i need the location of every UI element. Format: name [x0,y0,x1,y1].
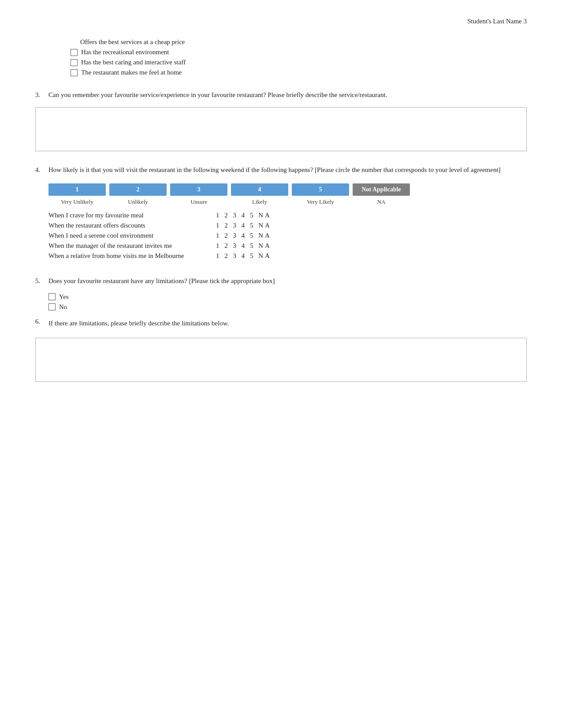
checklist-item-3: The restaurant makes me feel at home [71,69,527,76]
question-3-block: 3. Can you remember your favourite servi… [35,90,527,151]
scale-label-na: NA [376,196,387,207]
question-6-number: 6. [35,318,48,325]
question-6-block: 6. If there are limitations, please brie… [35,318,527,382]
scale-box-4: 4 [231,183,288,196]
rating-scale-table: 1 Very Unlikely 2 Unlikely 3 Unsure 4 Li… [48,183,527,262]
no-checkbox[interactable] [48,303,56,310]
scale-label-5: Very Likely [305,196,336,207]
table-row: When the restaurant offers discounts 1 2… [48,222,527,229]
scale-label-3: Unsure [189,196,209,207]
question-4-number: 4. [35,164,48,176]
question-5-body: Does your favourite restaurant have any … [48,276,275,287]
scale-box-na: Not Applicable [353,183,410,196]
rating-header: 1 Very Unlikely 2 Unlikely 3 Unsure 4 Li… [48,183,527,207]
table-row: When the manager of the restaurant invit… [48,242,527,250]
question-6-body: If there are limitations, please briefly… [48,318,229,329]
question-5-text: 5. Does your favourite restaurant have a… [35,276,527,287]
scale-box-1: 1 [48,183,106,196]
header-text: Student's Last Name 3 [467,18,527,25]
checklist-item-0: Offers the best services at a cheap pric… [71,38,527,46]
row-scale-3: 1 2 3 4 5 NA [216,242,272,250]
question-4-text: 4. How likely is it that you will visit … [35,164,527,176]
yes-checkbox[interactable] [48,293,56,300]
row-label-2: When I need a serene cool environment [48,232,216,239]
row-scale-2: 1 2 3 4 5 NA [216,232,272,239]
question-5-number: 5. [35,276,48,287]
question-3-body: Can you remember your favourite service/… [48,90,387,101]
row-label-3: When the manager of the restaurant invit… [48,242,216,250]
question-6-answer-box[interactable] [35,338,527,382]
checklist-section: Offers the best services at a cheap pric… [71,38,527,76]
question-3-number: 3. [35,90,48,101]
question-4-body: How likely is it that you will visit the… [48,164,501,176]
checklist-label-0: Offers the best services at a cheap pric… [80,38,185,46]
yes-label: Yes [59,293,69,301]
table-row: When I need a serene cool environment 1 … [48,232,527,239]
scale-col-1: 1 Very Unlikely [48,183,106,207]
question-6-text: 6. If there are limitations, please brie… [35,318,527,334]
question-4-block: 4. How likely is it that you will visit … [35,164,527,263]
limitations-options: Yes No [48,293,527,311]
scale-box-5: 5 [292,183,349,196]
checkbox-2[interactable] [71,59,78,66]
scale-col-na: Not Applicable NA [353,183,410,207]
question-3-answer-box[interactable] [35,107,527,151]
table-row: When a relative from home visits me in M… [48,252,527,260]
checkbox-3[interactable] [71,69,78,76]
table-row: When I crave for my favourite meal 1 2 3… [48,212,527,219]
no-label: No [59,303,67,311]
checkbox-1[interactable] [71,49,78,56]
checklist-item-1: Has the recreational environment [71,49,527,56]
scale-box-3: 3 [170,183,227,196]
question-3-text: 3. Can you remember your favourite servi… [35,90,527,101]
checklist-label-2: Has the best caring and interactive staf… [81,59,186,66]
row-label-1: When the restaurant offers discounts [48,222,216,229]
scale-label-2: Unlikely [126,196,150,207]
row-scale-1: 1 2 3 4 5 NA [216,222,272,229]
scale-col-3: 3 Unsure [170,183,227,207]
checklist-item-2: Has the best caring and interactive staf… [71,59,527,66]
scale-col-5: 5 Very Likely [292,183,349,207]
scale-col-2: 2 Unlikely [109,183,167,207]
row-scale-0: 1 2 3 4 5 NA [216,212,272,219]
page-header: Student's Last Name 3 [35,18,527,25]
scale-label-4: Likely [250,196,269,207]
yes-option: Yes [48,293,527,301]
no-option: No [48,303,527,311]
question-5-block: 5. Does your favourite restaurant have a… [35,276,527,311]
checklist-label-1: Has the recreational environment [81,49,169,56]
row-label-0: When I crave for my favourite meal [48,212,216,219]
scale-col-4: 4 Likely [231,183,288,207]
rating-rows: When I crave for my favourite meal 1 2 3… [48,212,527,260]
row-label-4: When a relative from home visits me in M… [48,252,216,260]
row-scale-4: 1 2 3 4 5 NA [216,252,272,260]
scale-label-1: Very Unlikely [59,196,95,207]
checklist-label-3: The restaurant makes me feel at home [81,69,182,76]
scale-box-2: 2 [109,183,167,196]
